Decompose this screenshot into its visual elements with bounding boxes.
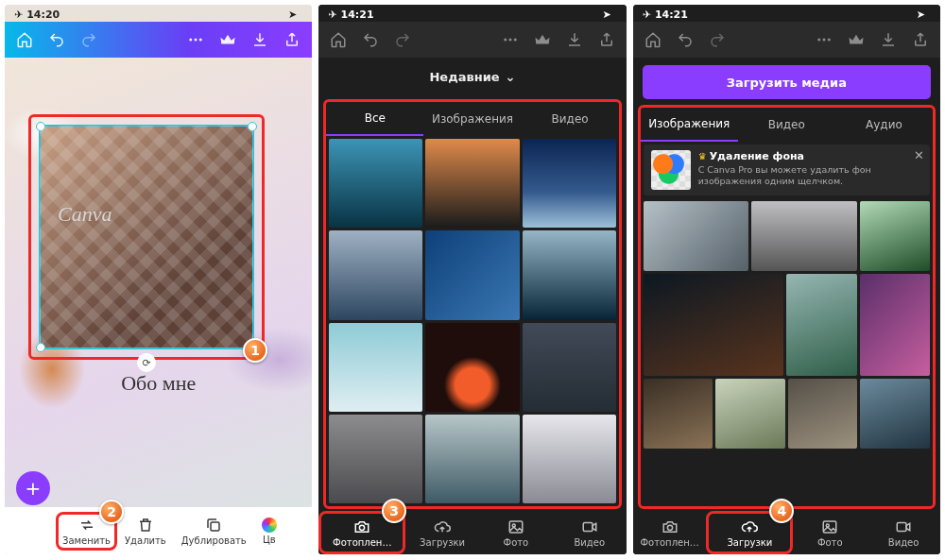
filter-tab-audio[interactable]: Аудио bbox=[835, 108, 933, 142]
media-thumb[interactable] bbox=[425, 415, 519, 503]
media-thumb[interactable] bbox=[715, 379, 785, 449]
media-thumb[interactable] bbox=[523, 139, 616, 228]
bg-remover-promo[interactable]: ♛Удаление фона С Canva Pro вы можете уда… bbox=[644, 144, 930, 195]
media-thumb[interactable] bbox=[425, 323, 519, 412]
replace-button[interactable]: Заменить 2 bbox=[56, 512, 117, 551]
home-icon[interactable] bbox=[10, 25, 39, 54]
resize-handle-bl[interactable] bbox=[36, 343, 45, 352]
swap-icon bbox=[78, 517, 95, 534]
tab-uploads[interactable]: Загрузки bbox=[405, 511, 479, 554]
media-thumb[interactable] bbox=[329, 323, 422, 412]
status-bar: ✈︎14:20 ➤ bbox=[5, 5, 312, 22]
promo-thumb bbox=[651, 150, 691, 190]
media-thumb[interactable] bbox=[329, 415, 422, 503]
redo-icon[interactable] bbox=[75, 25, 103, 54]
svg-point-5 bbox=[195, 39, 198, 42]
status-bar: ✈︎14:21 ➤ bbox=[633, 5, 940, 22]
promo-title: Удаление фона bbox=[710, 150, 804, 162]
more-icon[interactable] bbox=[810, 25, 838, 54]
selected-photo[interactable]: Canva ⟳ bbox=[39, 125, 254, 349]
svg-point-4 bbox=[190, 39, 193, 42]
media-thumb[interactable] bbox=[329, 139, 422, 228]
highlight-frame-1: Canva ⟳ 1 bbox=[28, 114, 265, 360]
share-icon[interactable] bbox=[278, 25, 306, 54]
rotate-handle[interactable]: ⟳ bbox=[137, 353, 156, 372]
resize-handle-tl[interactable] bbox=[36, 122, 45, 131]
home-icon[interactable] bbox=[639, 25, 667, 54]
media-thumb[interactable] bbox=[644, 379, 713, 449]
media-thumb[interactable] bbox=[425, 230, 519, 319]
clock: 14:21 bbox=[341, 8, 374, 21]
media-thumb[interactable] bbox=[523, 230, 616, 319]
tab-photo[interactable]: Фото bbox=[793, 511, 867, 554]
svg-point-14 bbox=[513, 39, 516, 42]
color-button[interactable]: Цв bbox=[254, 514, 277, 549]
resize-handle-tr[interactable] bbox=[248, 122, 257, 131]
media-thumb[interactable] bbox=[644, 274, 784, 376]
tab-photo[interactable]: Фото bbox=[479, 511, 553, 554]
media-thumb[interactable] bbox=[788, 379, 858, 449]
crown-icon[interactable] bbox=[842, 25, 870, 54]
canvas-caption[interactable]: Обо мне bbox=[121, 371, 196, 396]
add-fab[interactable]: + bbox=[16, 471, 50, 505]
redo-icon[interactable] bbox=[703, 25, 731, 54]
filter-tab-video[interactable]: Видео bbox=[738, 108, 835, 142]
download-icon[interactable] bbox=[560, 25, 589, 54]
media-thumb[interactable] bbox=[425, 139, 519, 228]
crown-icon[interactable] bbox=[214, 25, 242, 54]
svg-rect-7 bbox=[211, 522, 219, 531]
media-thumb[interactable] bbox=[860, 379, 930, 449]
upload-media-button[interactable]: Загрузить медиа bbox=[643, 65, 931, 99]
filter-tab-images[interactable]: Изображения bbox=[423, 102, 521, 136]
delete-label: Удалить bbox=[125, 535, 166, 546]
chevron-down-icon: ⌄ bbox=[506, 70, 516, 84]
media-thumb[interactable] bbox=[523, 415, 616, 503]
undo-icon[interactable] bbox=[671, 25, 699, 54]
duplicate-button[interactable]: Дублировать bbox=[174, 513, 254, 550]
tab-camera-roll[interactable]: Фотоплен… bbox=[633, 511, 707, 554]
media-thumb[interactable] bbox=[329, 230, 422, 319]
svg-point-25 bbox=[828, 39, 831, 42]
undo-icon[interactable] bbox=[356, 25, 385, 54]
nav-icon: ➤ bbox=[288, 8, 297, 21]
media-thumb[interactable] bbox=[523, 323, 616, 412]
tab-label: Фотоплен… bbox=[333, 537, 391, 548]
color-icon bbox=[262, 518, 277, 533]
album-dropdown[interactable]: Недавние ⌄ bbox=[318, 58, 626, 95]
tab-label: Видео bbox=[574, 537, 605, 548]
more-icon[interactable] bbox=[496, 25, 524, 54]
share-icon[interactable] bbox=[906, 25, 935, 54]
editor-toolbar bbox=[5, 22, 312, 58]
media-thumb[interactable] bbox=[860, 274, 930, 376]
share-icon[interactable] bbox=[593, 25, 621, 54]
redo-icon[interactable] bbox=[388, 25, 417, 54]
canvas[interactable]: Canva ⟳ 1 Обо мне + Заменить 2 Удалить bbox=[5, 58, 312, 554]
download-icon[interactable] bbox=[246, 25, 274, 54]
crown-icon[interactable] bbox=[528, 25, 557, 54]
undo-icon[interactable] bbox=[43, 25, 71, 54]
delete-button[interactable]: Удалить bbox=[117, 513, 174, 550]
element-toolbar: Заменить 2 Удалить Дублировать Цв bbox=[5, 507, 312, 554]
home-icon[interactable] bbox=[324, 25, 352, 54]
step-badge-4: 4 bbox=[769, 499, 794, 523]
promo-desc: С Canva Pro вы можете удалить фон изобра… bbox=[698, 164, 922, 187]
tab-uploads[interactable]: Загрузки 4 bbox=[706, 511, 793, 554]
media-grid bbox=[326, 136, 618, 506]
tab-video[interactable]: Видео bbox=[553, 511, 627, 554]
more-icon[interactable] bbox=[181, 25, 210, 54]
tab-video[interactable]: Видео bbox=[867, 511, 940, 554]
filter-tab-video[interactable]: Видео bbox=[522, 102, 619, 136]
download-icon[interactable] bbox=[874, 25, 902, 54]
filter-tab-images[interactable]: Изображения bbox=[641, 108, 738, 142]
canva-watermark: Canva bbox=[58, 202, 112, 227]
svg-rect-18 bbox=[583, 522, 593, 531]
media-thumb[interactable] bbox=[860, 201, 930, 271]
tab-camera-roll[interactable]: Фотоплен… 3 bbox=[318, 511, 405, 554]
media-thumb[interactable] bbox=[786, 274, 856, 376]
media-thumb[interactable] bbox=[751, 201, 857, 271]
filter-tab-all[interactable]: Все bbox=[326, 102, 423, 136]
svg-point-15 bbox=[360, 525, 365, 530]
close-icon[interactable]: ✕ bbox=[914, 148, 924, 162]
media-thumb[interactable] bbox=[644, 201, 749, 271]
plane-icon: ✈︎ bbox=[14, 8, 23, 21]
